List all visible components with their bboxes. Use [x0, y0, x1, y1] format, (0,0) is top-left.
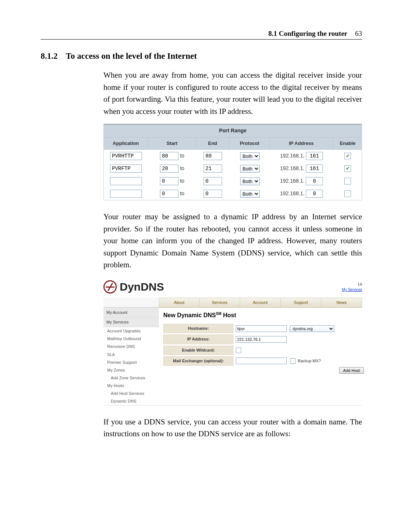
backup-mx-label: Backup MX?: [298, 358, 321, 364]
application-input[interactable]: [110, 177, 142, 185]
ip-input[interactable]: [236, 336, 287, 343]
my-services-link[interactable]: My Services: [342, 288, 362, 292]
ip-last-input[interactable]: [306, 177, 323, 185]
ip-prefix: 192.168.1.: [280, 190, 304, 198]
logout-link[interactable]: Lo: [358, 282, 362, 286]
globe-icon: [103, 280, 117, 294]
router-port-range-screenshot: Port Range Application Start End Protoco…: [103, 124, 362, 200]
section-title: To access on the level of the Internet: [66, 51, 197, 61]
tab-services[interactable]: Services: [200, 298, 240, 308]
application-input[interactable]: [110, 190, 142, 198]
sidebar-item[interactable]: Account Upgrades: [103, 327, 159, 335]
sidebar-item[interactable]: Add Host Services: [103, 390, 159, 397]
table-row: to Both 192.168.1.: [104, 187, 362, 200]
col-start: Start: [148, 138, 196, 149]
running-header: 8.1 Configuring the router 63: [41, 30, 362, 40]
col-enable: Enable: [333, 138, 362, 149]
dyndns-logo: DynDNS: [103, 278, 164, 296]
ip-last-input[interactable]: [306, 152, 323, 160]
enable-checkbox[interactable]: [344, 190, 351, 197]
form-title: New Dynamic DNSSM Host: [163, 311, 364, 320]
paragraph-2: Your router may be assigned to a dynamic…: [103, 211, 362, 271]
hostname-label: Hostname:: [163, 324, 233, 333]
end-input[interactable]: [204, 177, 222, 185]
sidebar-item[interactable]: SLA: [103, 351, 159, 359]
ip-last-input[interactable]: [306, 190, 323, 198]
sidebar-heading-my-services[interactable]: My Services: [103, 318, 159, 327]
sidebar-item[interactable]: MailHop Outbound: [103, 335, 159, 343]
ip-label: IP Address:: [163, 335, 233, 344]
to-label: to: [180, 165, 184, 173]
port-range-title: Port Range: [104, 125, 362, 138]
col-ip: IP Address: [270, 138, 333, 149]
col-end: End: [196, 138, 229, 149]
sidebar-heading-my-account[interactable]: My Account: [103, 308, 159, 318]
dyndns-screenshot: DynDNS Lo My Services About Services Acc…: [103, 278, 362, 406]
backup-mx-checkbox[interactable]: [290, 358, 296, 364]
application-input[interactable]: [110, 165, 142, 173]
ip-prefix: 192.168.1.: [280, 177, 304, 185]
start-input[interactable]: [160, 177, 178, 185]
sidebar-item[interactable]: Dynamic DNS: [103, 397, 159, 405]
protocol-select[interactable]: Both: [240, 165, 260, 173]
start-input[interactable]: [160, 165, 178, 173]
section-number: 8.1.2: [41, 51, 58, 61]
application-input[interactable]: [110, 152, 142, 160]
header-page-number: 63: [355, 30, 362, 37]
protocol-select[interactable]: Both: [240, 190, 260, 198]
protocol-select[interactable]: Both: [240, 152, 260, 160]
add-host-button[interactable]: Add Host: [339, 367, 364, 374]
dyndns-tabs: About Services Account Support News: [159, 298, 362, 308]
ip-prefix: 192.168.1.: [280, 152, 304, 160]
end-input[interactable]: [204, 190, 222, 198]
to-label: to: [180, 177, 184, 185]
enable-checkbox[interactable]: ✔: [344, 165, 351, 172]
enable-checkbox[interactable]: [344, 178, 351, 184]
sidebar-item[interactable]: My Hosts: [103, 382, 159, 390]
table-row: to Both 192.168.1. ✔: [104, 150, 362, 162]
enable-checkbox[interactable]: ✔: [344, 153, 351, 159]
paragraph-1: When you are away from home, you can acc…: [103, 69, 362, 117]
sidebar-item[interactable]: Add Zone Services: [103, 374, 159, 382]
to-label: to: [180, 190, 184, 198]
section-heading: 8.1.2 To access on the level of the Inte…: [41, 51, 362, 61]
start-input[interactable]: [160, 190, 178, 198]
mailx-input[interactable]: [236, 358, 287, 364]
table-row: to Both 192.168.1. ✔: [104, 162, 362, 175]
tab-account[interactable]: Account: [240, 298, 281, 308]
to-label: to: [180, 152, 184, 160]
ip-last-input[interactable]: [306, 165, 323, 173]
hostname-domain-select[interactable]: dyndns.org: [290, 325, 334, 332]
dyndns-form: New Dynamic DNSSM Host Hostname: . dyndn…: [159, 308, 366, 405]
wildcard-checkbox[interactable]: [236, 348, 241, 353]
wildcard-label: Enable Wildcard:: [163, 346, 233, 355]
end-input[interactable]: [204, 165, 222, 173]
hostname-input[interactable]: [236, 325, 287, 332]
tab-about[interactable]: About: [159, 298, 200, 308]
port-range-columns: Application Start End Protocol IP Addres…: [104, 138, 362, 150]
mailx-label: Mail Exchanger (optional):: [163, 356, 233, 366]
paragraph-3: If you use a DDNS service, you can acces…: [103, 416, 362, 440]
tab-support[interactable]: Support: [281, 298, 321, 308]
dyndns-logo-text: DynDNS: [120, 278, 164, 296]
sidebar-item[interactable]: Recursive DNS: [103, 343, 159, 350]
col-application: Application: [104, 138, 148, 149]
table-row: to Both 192.168.1.: [104, 175, 362, 187]
sidebar-item[interactable]: My Zones: [103, 366, 159, 374]
start-input[interactable]: [160, 152, 178, 160]
dyndns-sidebar: My Account My Services Account Upgrades …: [103, 308, 159, 405]
tab-news[interactable]: News: [321, 298, 362, 308]
sidebar-item[interactable]: Premier Support: [103, 359, 159, 366]
end-input[interactable]: [204, 152, 222, 160]
ip-prefix: 192.168.1.: [280, 165, 304, 173]
header-section: 8.1 Configuring the router: [268, 30, 347, 37]
protocol-select[interactable]: Both: [240, 177, 260, 185]
col-protocol: Protocol: [229, 138, 270, 149]
